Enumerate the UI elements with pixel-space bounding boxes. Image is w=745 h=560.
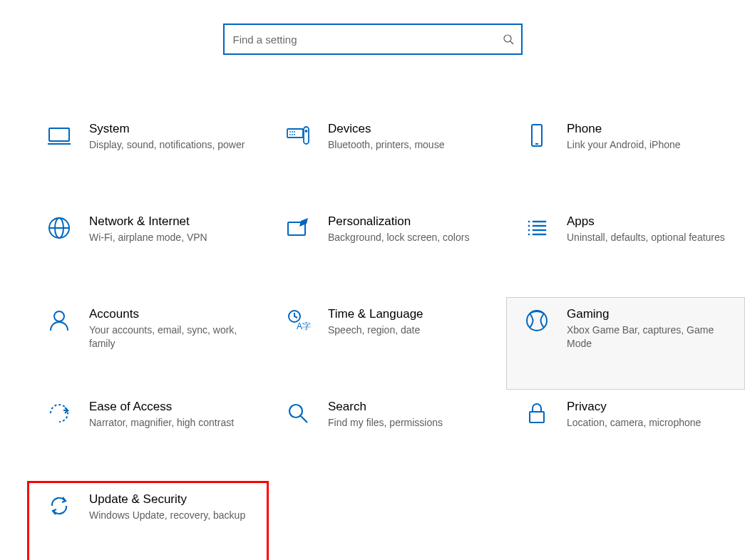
svg-rect-4 (287, 129, 303, 138)
svg-point-27 (54, 311, 64, 321)
settings-grid: System Display, sound, notifications, po… (0, 112, 745, 560)
tile-title: Apps (567, 214, 729, 229)
tile-title: Privacy (567, 399, 729, 415)
svg-rect-2 (49, 128, 69, 141)
tile-title: Accounts (89, 306, 251, 322)
tile-apps[interactable]: Apps Uninstall, defaults, optional featu… (506, 204, 745, 297)
phone-icon (521, 123, 553, 154)
accounts-icon (43, 308, 75, 339)
tile-update-security[interactable]: Update & Security Windows Update, recove… (29, 482, 267, 560)
ease-icon (43, 400, 75, 432)
tile-system[interactable]: System Display, sound, notifications, po… (29, 112, 267, 204)
svg-rect-11 (304, 127, 309, 144)
update-icon (43, 493, 75, 524)
tile-desc: Bluetooth, printers, mouse (328, 138, 490, 152)
tile-title: Gaming (567, 306, 729, 322)
tile-desc: Location, camera, microphone (567, 416, 729, 430)
search-icon (503, 33, 514, 45)
svg-line-32 (301, 416, 307, 422)
tile-title: System (89, 121, 251, 137)
time-language-icon: A字 (282, 308, 314, 339)
tile-search[interactable]: Search Find my files, permissions (267, 390, 506, 482)
lock-icon (521, 400, 553, 432)
tile-network[interactable]: Network & Internet Wi-Fi, airplane mode,… (29, 204, 267, 297)
gaming-icon (521, 308, 553, 339)
tile-title: Phone (567, 121, 729, 137)
tile-desc: Narrator, magnifier, high contrast (89, 416, 251, 430)
tile-title: Ease of Access (89, 399, 251, 415)
tile-desc: Link your Android, iPhone (567, 138, 729, 152)
search-input[interactable] (232, 33, 503, 46)
tile-desc: Windows Update, recovery, backup (89, 509, 251, 522)
search-box[interactable] (223, 24, 523, 55)
personalization-icon (282, 215, 314, 247)
svg-point-0 (504, 35, 511, 42)
tile-phone[interactable]: Phone Link your Android, iPhone (506, 112, 745, 204)
svg-point-12 (306, 130, 307, 132)
tile-privacy[interactable]: Privacy Location, camera, microphone (506, 390, 745, 482)
tile-desc: Xbox Game Bar, captures, Game Mode (567, 323, 729, 351)
svg-point-31 (289, 405, 302, 418)
tile-time-language[interactable]: A字 Time & Language Speech, region, date (267, 297, 506, 390)
svg-text:A字: A字 (297, 321, 311, 331)
system-icon (43, 123, 75, 154)
globe-icon (43, 215, 75, 247)
tile-accounts[interactable]: Accounts Your accounts, email, sync, wor… (29, 297, 267, 390)
tile-desc: Your accounts, email, sync, work, family (89, 323, 251, 351)
tile-title: Update & Security (89, 492, 251, 507)
tile-title: Network & Internet (89, 214, 251, 229)
tile-personalization[interactable]: Personalization Background, lock screen,… (267, 204, 506, 297)
svg-rect-33 (530, 412, 544, 422)
svg-rect-13 (532, 125, 542, 146)
devices-icon (282, 123, 314, 154)
tile-title: Search (328, 399, 490, 415)
tile-desc: Wi-Fi, airplane mode, VPN (89, 231, 251, 244)
search-tile-icon (282, 400, 314, 432)
tile-devices[interactable]: Devices Bluetooth, printers, mouse (267, 112, 506, 204)
apps-icon (521, 215, 553, 247)
tile-ease-of-access[interactable]: Ease of Access Narrator, magnifier, high… (29, 390, 267, 482)
tile-desc: Find my files, permissions (328, 416, 490, 430)
tile-desc: Uninstall, defaults, optional features (567, 231, 729, 244)
tile-title: Personalization (328, 214, 490, 229)
tile-desc: Background, lock screen, colors (328, 231, 490, 244)
tile-title: Devices (328, 121, 490, 137)
tile-gaming[interactable]: Gaming Xbox Game Bar, captures, Game Mod… (506, 297, 745, 390)
tile-desc: Speech, region, date (328, 323, 490, 337)
tile-title: Time & Language (328, 306, 490, 322)
svg-line-1 (510, 41, 513, 44)
tile-desc: Display, sound, notifications, power (89, 138, 251, 152)
